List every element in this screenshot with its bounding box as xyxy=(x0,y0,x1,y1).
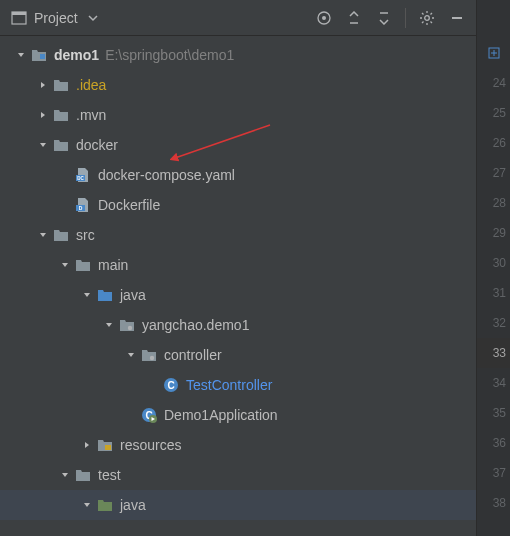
tree-node-testcontroller[interactable]: C TestController xyxy=(0,370,476,400)
svg-rect-5 xyxy=(452,17,462,19)
project-tree[interactable]: demo1 E:\springboot\demo1 .idea .mvn doc… xyxy=(0,36,476,536)
tree-node-package[interactable]: yangchao.demo1 xyxy=(0,310,476,340)
node-label: resources xyxy=(120,437,181,453)
package-icon xyxy=(140,347,158,363)
gutter-line-number: 29 xyxy=(477,218,510,248)
gutter-line-number: 27 xyxy=(477,158,510,188)
gutter-line-number: 25 xyxy=(477,98,510,128)
tree-node-test-java[interactable]: java xyxy=(0,490,476,520)
gutter-line-number: 31 xyxy=(477,278,510,308)
gutter-line-number: 36 xyxy=(477,428,510,458)
tree-node-docker[interactable]: docker xyxy=(0,130,476,160)
tree-node-mvn[interactable]: .mvn xyxy=(0,100,476,130)
svg-rect-1 xyxy=(12,12,26,15)
chevron-down-icon[interactable] xyxy=(36,228,50,242)
project-view-icon[interactable] xyxy=(10,9,28,27)
folder-icon xyxy=(74,257,92,273)
node-label: controller xyxy=(164,347,222,363)
svg-point-12 xyxy=(150,356,154,360)
tree-node-controller[interactable]: controller xyxy=(0,340,476,370)
node-label: java xyxy=(120,497,146,513)
node-label: docker-compose.yaml xyxy=(98,167,235,183)
node-path: E:\springboot\demo1 xyxy=(105,47,234,63)
node-label: docker xyxy=(76,137,118,153)
node-label: demo1 xyxy=(54,47,99,63)
chevron-down-icon[interactable] xyxy=(124,348,138,362)
gutter-line-number: 38 xyxy=(477,488,510,518)
project-panel-title: Project xyxy=(34,10,78,26)
svg-text:D: D xyxy=(79,205,83,211)
tree-node-docker-compose[interactable]: DC docker-compose.yaml xyxy=(0,160,476,190)
gutter-line-number: 30 xyxy=(477,248,510,278)
gutter-line-number: 24 xyxy=(477,68,510,98)
node-label: main xyxy=(98,257,128,273)
test-source-folder-icon xyxy=(96,497,114,513)
collapse-all-icon[interactable] xyxy=(375,9,393,27)
chevron-down-icon[interactable] xyxy=(102,318,116,332)
chevron-down-icon[interactable] xyxy=(58,258,72,272)
node-label: src xyxy=(76,227,95,243)
tree-node-java[interactable]: java xyxy=(0,280,476,310)
tree-node-src[interactable]: src xyxy=(0,220,476,250)
expand-all-icon[interactable] xyxy=(345,9,363,27)
svg-text:DC: DC xyxy=(77,176,84,181)
folder-icon xyxy=(52,137,70,153)
gutter-line-number: 32 xyxy=(477,308,510,338)
chevron-right-icon[interactable] xyxy=(80,438,94,452)
svg-point-3 xyxy=(322,16,326,20)
package-icon xyxy=(118,317,136,333)
folder-icon xyxy=(52,227,70,243)
chevron-right-icon[interactable] xyxy=(36,78,50,92)
node-label: java xyxy=(120,287,146,303)
folder-icon xyxy=(74,467,92,483)
select-opened-file-icon[interactable] xyxy=(315,9,333,27)
minimize-icon[interactable] xyxy=(448,9,466,27)
gutter-line-number: 35 xyxy=(477,398,510,428)
tree-node-dockerfile[interactable]: D Dockerfile xyxy=(0,190,476,220)
module-folder-icon xyxy=(30,47,48,63)
source-folder-icon xyxy=(96,287,114,303)
editor-gutter: 242526272829303132333435363738 xyxy=(477,0,510,536)
svg-point-11 xyxy=(128,326,132,330)
folder-icon xyxy=(52,107,70,123)
gear-icon[interactable] xyxy=(418,9,436,27)
gutter-marker-icon xyxy=(477,38,510,68)
yaml-file-icon: DC xyxy=(74,167,92,183)
node-label: yangchao.demo1 xyxy=(142,317,249,333)
node-label: Dockerfile xyxy=(98,197,160,213)
gutter-line-number: 28 xyxy=(477,188,510,218)
svg-rect-6 xyxy=(40,54,45,59)
tree-node-main[interactable]: main xyxy=(0,250,476,280)
chevron-right-icon[interactable] xyxy=(36,108,50,122)
node-label: .mvn xyxy=(76,107,106,123)
resources-folder-icon xyxy=(96,437,114,453)
svg-point-4 xyxy=(425,15,430,20)
runnable-class-icon: C xyxy=(140,407,158,423)
tree-node-test[interactable]: test xyxy=(0,460,476,490)
dockerfile-icon: D xyxy=(74,197,92,213)
dropdown-icon[interactable] xyxy=(84,9,102,27)
tree-node-root[interactable]: demo1 E:\springboot\demo1 xyxy=(0,40,476,70)
chevron-down-icon[interactable] xyxy=(36,138,50,152)
chevron-down-icon[interactable] xyxy=(80,288,94,302)
node-label: test xyxy=(98,467,121,483)
gutter-line-number: 37 xyxy=(477,458,510,488)
chevron-down-icon[interactable] xyxy=(80,498,94,512)
node-label: .idea xyxy=(76,77,106,93)
gutter-line-number: 26 xyxy=(477,128,510,158)
gutter-line-number: 34 xyxy=(477,368,510,398)
chevron-down-icon[interactable] xyxy=(14,48,28,62)
node-label: TestController xyxy=(186,377,272,393)
project-panel-header: Project xyxy=(0,0,476,36)
svg-text:C: C xyxy=(167,380,174,391)
tree-node-demo1app[interactable]: C Demo1Application xyxy=(0,400,476,430)
class-icon: C xyxy=(162,377,180,393)
svg-rect-18 xyxy=(105,445,111,450)
node-label: Demo1Application xyxy=(164,407,278,423)
tree-node-idea[interactable]: .idea xyxy=(0,70,476,100)
gutter-line-number: 33 xyxy=(477,338,510,368)
separator xyxy=(405,8,406,28)
folder-icon xyxy=(52,77,70,93)
tree-node-resources[interactable]: resources xyxy=(0,430,476,460)
chevron-down-icon[interactable] xyxy=(58,468,72,482)
